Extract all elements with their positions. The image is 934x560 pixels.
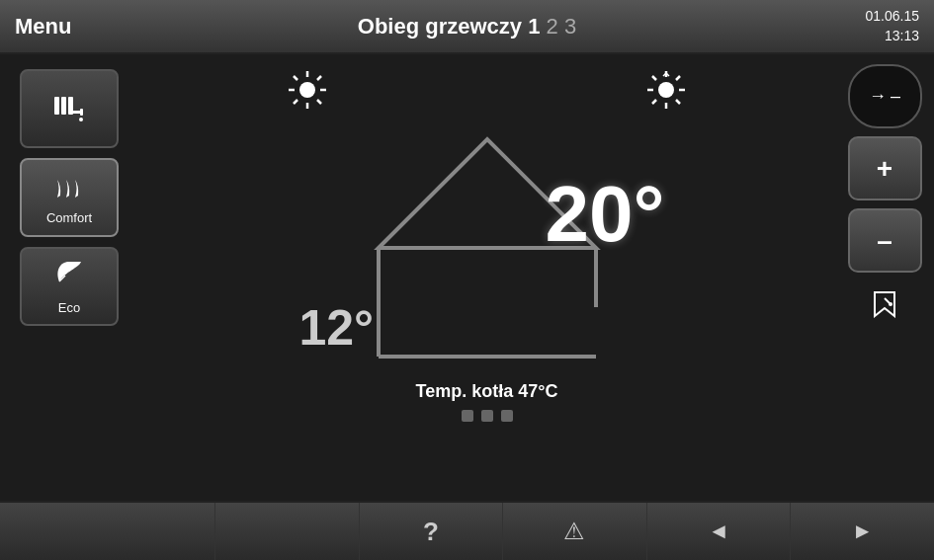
svg-point-5 [79, 118, 83, 121]
eco-label: Eco [58, 300, 80, 315]
pump-icon [869, 290, 900, 324]
help-button[interactable]: ? [360, 503, 504, 560]
svg-line-12 [317, 100, 321, 104]
footer-empty-2[interactable] [215, 503, 360, 560]
help-icon: ? [423, 517, 439, 547]
dot-3 [501, 410, 513, 422]
decrease-button[interactable]: – [848, 208, 922, 273]
main-area: Comfort Eco [0, 54, 934, 501]
forward-button[interactable]: ► [791, 503, 934, 560]
page-dots [462, 410, 513, 422]
circuit-1[interactable]: 1 [528, 14, 540, 39]
back-button[interactable]: ◄ [647, 503, 792, 560]
svg-line-22 [676, 76, 680, 80]
warning-button[interactable]: ⚠ [503, 503, 647, 560]
circuit-3[interactable]: 3 [564, 14, 576, 39]
dot-2 [481, 410, 493, 422]
circuit-2[interactable]: 2 [547, 14, 558, 39]
arrow-minus-button[interactable]: → – [848, 64, 922, 128]
tap-icon [50, 87, 88, 131]
header: Menu Obieg grzewczy 1 2 3 01.06.15 13:13 [0, 0, 934, 54]
svg-point-15 [658, 82, 674, 98]
svg-rect-0 [54, 97, 59, 115]
svg-line-21 [676, 100, 680, 104]
arrow-right-icon: → [869, 86, 887, 107]
svg-line-13 [317, 76, 321, 80]
datetime: 01.06.15 13:13 [801, 7, 919, 45]
svg-rect-1 [61, 97, 66, 115]
menu-button[interactable]: Menu [15, 14, 133, 40]
svg-line-14 [294, 100, 297, 104]
back-icon: ◄ [708, 519, 729, 544]
outdoor-temperature: 12° [299, 299, 375, 357]
svg-point-6 [299, 82, 315, 98]
sun-right-icon [645, 69, 687, 115]
right-sidebar: → – + – [835, 54, 934, 501]
footer: ? ⚠ ◄ ► [0, 501, 934, 560]
svg-point-31 [889, 302, 892, 306]
center-area: 12° 20° Temp. kotła 47°C [138, 54, 835, 501]
warning-icon: ⚠ [563, 518, 585, 545]
svg-rect-4 [80, 109, 83, 116]
hot-water-button[interactable] [20, 69, 119, 148]
heat-waves-icon [51, 170, 87, 206]
comfort-label: Comfort [46, 210, 92, 225]
svg-line-23 [652, 100, 656, 104]
header-title: Obieg grzewczy 1 2 3 [133, 14, 801, 40]
house-area: 12° 20° [280, 120, 695, 376]
comfort-button[interactable]: Comfort [20, 158, 119, 237]
svg-line-20 [652, 76, 656, 80]
dot-1 [462, 410, 473, 422]
forward-icon: ► [852, 519, 874, 544]
title-text: Obieg grzewczy [358, 14, 522, 39]
leaf-icon [51, 258, 87, 296]
footer-empty-1[interactable] [0, 503, 215, 560]
svg-line-11 [294, 76, 297, 80]
sun-left-icon [287, 69, 328, 115]
left-sidebar: Comfort Eco [0, 54, 138, 501]
time: 13:13 [801, 27, 919, 46]
indoor-temperature: 20° [546, 169, 665, 260]
boiler-temperature: Temp. kotła 47°C [416, 381, 558, 402]
increase-button[interactable]: + [848, 136, 922, 200]
eco-button[interactable]: Eco [20, 247, 119, 326]
date: 01.06.15 [801, 7, 919, 27]
minus-small-icon: – [891, 86, 900, 107]
sun-row [148, 64, 825, 120]
